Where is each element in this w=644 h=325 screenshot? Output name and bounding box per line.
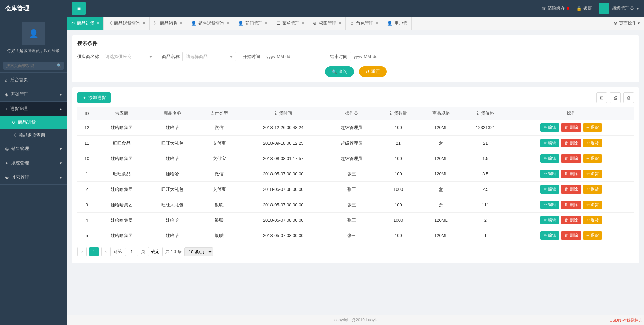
- edit-button[interactable]: ✏ 编辑: [540, 231, 559, 240]
- return-button[interactable]: ↩ 退货: [583, 123, 602, 132]
- edit-button[interactable]: ✏ 编辑: [540, 139, 559, 147]
- return-button[interactable]: ↩ 退货: [583, 185, 602, 194]
- page-1-button[interactable]: 1: [89, 247, 99, 256]
- cell-action: ✏ 编辑 🗑 删除 ↩ 退货: [508, 213, 634, 228]
- menu-toggle-button[interactable]: ≡: [72, 2, 86, 15]
- delete-button[interactable]: 🗑 删除: [561, 201, 581, 209]
- edit-button[interactable]: ✏ 编辑: [540, 185, 559, 194]
- admin-user-area[interactable]: 超级管理员 ▾: [599, 3, 639, 14]
- delete-button[interactable]: 🗑 删除: [561, 123, 581, 132]
- tab-close-icon[interactable]: ✕: [227, 21, 230, 25]
- notification-dot: [567, 7, 569, 10]
- cell-id: 3: [77, 197, 96, 213]
- sidebar-search-input[interactable]: [3, 62, 64, 70]
- tab-product-return-query[interactable]: 《 商品退货查询 ✕: [104, 17, 150, 30]
- print-preview-button[interactable]: 🖨: [610, 92, 621, 103]
- prev-page-button[interactable]: ‹: [77, 247, 87, 256]
- reset-button[interactable]: ↺ 重置: [359, 66, 387, 77]
- tab-close-icon[interactable]: ✕: [302, 21, 305, 25]
- delete-button[interactable]: 🗑 删除: [561, 216, 581, 224]
- cell-supplier: 娃哈哈集团: [96, 197, 147, 213]
- tab-page-ops[interactable]: ⊙ 页面操作 ▾: [610, 20, 644, 26]
- edit-button[interactable]: ✏ 编辑: [540, 216, 559, 224]
- end-time-input[interactable]: [350, 52, 410, 61]
- tab-close-icon[interactable]: ✕: [338, 21, 341, 25]
- watermark: CSDN @我是林儿: [609, 318, 642, 323]
- cell-supplier: 旺旺食品: [96, 166, 147, 182]
- tab-product-sales[interactable]: 》 商品销售 ✕: [150, 17, 187, 30]
- tab-close-icon[interactable]: ✕: [376, 21, 379, 25]
- lock-icon: 🔒: [576, 6, 582, 11]
- table-wrap: ID 供应商 商品名称 支付类型 进货时间 操作员 进货数量 商品规格 进货价格…: [77, 107, 634, 243]
- start-time-input[interactable]: [263, 52, 323, 61]
- tab-close-icon[interactable]: ✕: [96, 21, 99, 25]
- tab-close-icon[interactable]: ✕: [180, 21, 183, 25]
- return-button[interactable]: ↩ 退货: [583, 170, 602, 178]
- sidebar-item-label: 基础管理: [11, 91, 29, 97]
- edit-button[interactable]: ✏ 编辑: [540, 123, 559, 132]
- top-header: 仓库管理 ≡ 🗑 清除缓存 🔒 锁屏 超级管理员 ▾: [0, 0, 644, 17]
- product-select[interactable]: 请选择商品: [182, 52, 236, 61]
- delete-button[interactable]: 🗑 删除: [561, 170, 581, 178]
- tab-perm-mgmt[interactable]: ⊕ 权限管理 ✕: [309, 17, 346, 30]
- cell-qty: 1000: [377, 182, 419, 197]
- delete-button[interactable]: 🗑 删除: [561, 185, 581, 194]
- stock-icon: ♪: [5, 106, 7, 111]
- query-button[interactable]: 🔍 查询: [325, 66, 354, 77]
- tab-icon: 👤: [191, 21, 196, 26]
- grid-view-button[interactable]: ⊞: [596, 92, 607, 103]
- supplier-select[interactable]: 请选择供应商: [102, 52, 155, 61]
- tab-user-mgmt[interactable]: 👤 用户管: [383, 17, 412, 30]
- page-size-select[interactable]: 10 条/页 20 条/页 50 条/页: [184, 247, 213, 256]
- sidebar-item-home[interactable]: ⌂ 后台首页: [0, 73, 67, 87]
- sidebar-item-basic[interactable]: ◈ 基础管理 ▾: [0, 87, 67, 102]
- sidebar-item-stock-in[interactable]: ♪ 进货管理 ▴: [0, 102, 67, 116]
- lock-screen-action[interactable]: 🔒 锁屏: [576, 5, 592, 11]
- sidebar-item-label: 其它管理: [12, 174, 29, 180]
- edit-button[interactable]: ✏ 编辑: [540, 154, 559, 163]
- tab-menu-mgmt[interactable]: ☰ 菜单管理 ✕: [272, 17, 309, 30]
- goto-confirm-button[interactable]: 确定: [148, 247, 163, 256]
- tab-sales-return-query[interactable]: 👤 销售退货查询 ✕: [187, 17, 234, 30]
- content-area: ↻ 商品进货 ✕ 《 商品退货查询 ✕ 》 商品销售 ✕ 👤 销售退货查询 ✕ …: [67, 17, 644, 325]
- cell-product: 娃哈哈: [147, 166, 198, 182]
- return-button[interactable]: ↩ 退货: [583, 139, 602, 147]
- plus-icon: ＋: [82, 95, 87, 101]
- col-qty: 进货数量: [377, 107, 419, 120]
- return-button[interactable]: ↩ 退货: [583, 216, 602, 224]
- cell-price: 1: [462, 228, 508, 243]
- delete-button[interactable]: 🗑 删除: [561, 139, 581, 147]
- tab-close-icon[interactable]: ✕: [265, 21, 268, 25]
- return-button[interactable]: ↩ 退货: [583, 231, 602, 240]
- return-button[interactable]: ↩ 退货: [583, 154, 602, 163]
- return-button[interactable]: ↩ 退货: [583, 201, 602, 209]
- sidebar-sub-item-product-return[interactable]: 《 商品退货查询: [0, 129, 67, 142]
- table-row: 10 娃哈哈集团 娃哈哈 支付宝 2018-08-08 01:17:57 超级管…: [77, 151, 634, 166]
- delete-button[interactable]: 🗑 删除: [561, 154, 581, 163]
- sidebar-search-icon: 🔍: [57, 63, 62, 68]
- sidebar-user-area: 👤 你好！超级管理员，欢迎登录: [0, 17, 67, 59]
- sidebar-item-other[interactable]: ☯ 其它管理 ▾: [0, 170, 67, 185]
- cell-pay-type: 支付宝: [198, 151, 241, 166]
- delete-button[interactable]: 🗑 删除: [561, 231, 581, 240]
- tab-label: 菜单管理: [282, 20, 300, 26]
- sidebar-sub-item-label: 商品进货: [18, 119, 36, 125]
- tab-dept-mgmt[interactable]: 👤 部门管理 ✕: [234, 17, 272, 30]
- edit-button[interactable]: ✏ 编辑: [540, 201, 559, 209]
- clear-cache-action[interactable]: 🗑 清除缓存: [542, 5, 569, 11]
- goto-page-input[interactable]: [125, 248, 138, 256]
- sidebar-item-system[interactable]: ✦ 系统管理 ▾: [0, 156, 67, 170]
- edit-button[interactable]: ✏ 编辑: [540, 170, 559, 178]
- lock-screen-label: 锁屏: [583, 5, 592, 11]
- tab-role-mgmt[interactable]: ☺ 角色管理 ✕: [346, 17, 383, 30]
- stock-in-table: ID 供应商 商品名称 支付类型 进货时间 操作员 进货数量 商品规格 进货价格…: [77, 107, 634, 243]
- print-button[interactable]: ⎙: [623, 92, 634, 103]
- next-page-button[interactable]: ›: [101, 247, 111, 256]
- sidebar-item-sales[interactable]: ◎ 销售管理 ▾: [0, 142, 67, 156]
- sidebar-sub-item-product-in[interactable]: ↻ 商品进货: [0, 116, 67, 129]
- tab-product-in[interactable]: ↻ 商品进货 ✕: [67, 17, 104, 30]
- pagination: ‹ 1 › 到第 页 确定 共 10 条 10 条/页 20 条/页 50 条/…: [77, 243, 634, 258]
- add-stock-button[interactable]: ＋ 添加进货: [77, 92, 111, 103]
- tab-icon: ☰: [276, 21, 280, 26]
- tab-close-icon[interactable]: ✕: [142, 21, 145, 25]
